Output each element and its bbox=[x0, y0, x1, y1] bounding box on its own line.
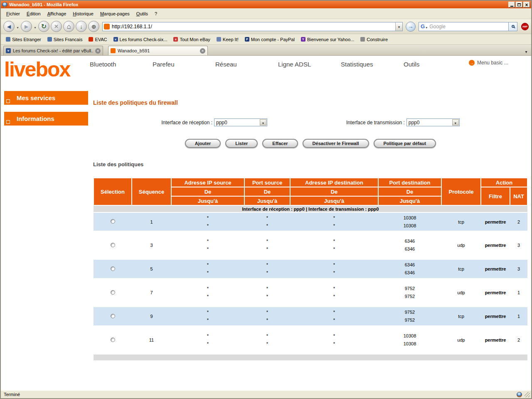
bookmark-item[interactable]: Construire bbox=[360, 37, 388, 42]
forward-button[interactable] bbox=[21, 21, 32, 32]
bookmark-item[interactable]: v Les forums Check-six... bbox=[113, 37, 167, 42]
nav-link[interactable]: Statistiques bbox=[341, 61, 404, 81]
tab-list-dropdown-icon[interactable] bbox=[523, 47, 529, 53]
maximize-button[interactable] bbox=[516, 2, 522, 7]
menu-item[interactable]: Historique bbox=[70, 10, 96, 17]
nav-link[interactable]: Parefeu bbox=[153, 61, 215, 81]
table-footer-cell bbox=[94, 355, 527, 360]
ip-destination-cell: * * bbox=[290, 283, 378, 302]
url-dropdown-button[interactable] bbox=[395, 22, 402, 31]
search-input[interactable]: Google bbox=[427, 24, 508, 30]
radio-button[interactable] bbox=[111, 314, 115, 318]
port-source-de: * bbox=[244, 237, 290, 245]
col-ip-destination: Adresse IP destination bbox=[290, 178, 378, 187]
bookmark-item[interactable]: EVAC bbox=[89, 37, 107, 42]
radio-button[interactable] bbox=[111, 266, 115, 271]
transmission-interface-select[interactable]: ppp0 bbox=[406, 118, 460, 126]
port-destination-cell: 9752 9752 bbox=[378, 307, 441, 325]
menu-item[interactable]: ? bbox=[152, 10, 160, 17]
action-button[interactable]: Politique par défaut bbox=[374, 139, 436, 148]
resize-grip[interactable] bbox=[525, 392, 530, 397]
bookmark-item[interactable]: Sites Francais bbox=[47, 37, 83, 42]
browser-tab[interactable]: Wanadoo_b591 bbox=[108, 46, 208, 55]
bookmark-item[interactable]: Y Bienvenue sur Yahoo... bbox=[301, 37, 354, 42]
sidebar-item[interactable]: Mes services bbox=[4, 91, 88, 105]
menu-item[interactable]: Édition bbox=[24, 10, 44, 17]
selection-cell bbox=[94, 212, 132, 231]
bookmark-item[interactable]: e Tout Mon eBay bbox=[173, 37, 210, 42]
chevron-down-icon[interactable] bbox=[452, 119, 459, 126]
action-button[interactable]: Désactiver le Firewall bbox=[303, 139, 369, 148]
reception-interface-label: Interface de réception : bbox=[161, 120, 212, 126]
address-bar[interactable]: http://192.168.1.1/ bbox=[102, 22, 403, 31]
search-submit-button[interactable] bbox=[508, 22, 517, 31]
ip-source-cell: * * bbox=[171, 212, 244, 231]
forward-history-dropdown-icon[interactable] bbox=[33, 23, 37, 30]
bookmark-item[interactable]: P Mon compte - PayPal bbox=[245, 37, 295, 42]
nat-cell: 3 bbox=[510, 260, 527, 278]
sidebar-item[interactable]: Informations bbox=[4, 112, 88, 126]
chevron-down-icon[interactable] bbox=[260, 119, 266, 126]
action-button[interactable]: Effacer bbox=[262, 139, 298, 148]
radio-button[interactable] bbox=[111, 243, 115, 247]
home-button[interactable] bbox=[63, 21, 74, 32]
close-button[interactable] bbox=[523, 2, 530, 7]
back-history-dropdown-icon[interactable] bbox=[16, 23, 20, 30]
col-protocole: Protocole bbox=[441, 178, 481, 205]
policy-row: 5 * * * * * * 6346 6346 tcp permettre 3 bbox=[94, 260, 527, 278]
print-button[interactable] bbox=[88, 21, 99, 32]
action-button[interactable]: Lister bbox=[225, 139, 258, 148]
plus-icon[interactable] bbox=[6, 120, 10, 124]
row-gap bbox=[94, 302, 527, 307]
nav-link[interactable]: Ligne ADSL bbox=[278, 61, 341, 81]
protocole-cell: tcp bbox=[441, 307, 481, 325]
tab-label: Les forums Check-six! - édité par vBull.… bbox=[13, 48, 93, 53]
go-button[interactable] bbox=[406, 22, 416, 32]
yahoo-icon: Y bbox=[301, 37, 305, 42]
reload-button[interactable] bbox=[38, 21, 49, 32]
protocole-cell: udp bbox=[441, 283, 481, 302]
row-gap bbox=[94, 349, 527, 355]
nav-link[interactable]: Bluetooth bbox=[90, 61, 153, 81]
url-input[interactable]: http://192.168.1.1/ bbox=[110, 24, 395, 30]
stop-button[interactable] bbox=[51, 21, 62, 32]
sidebar-item-label: Informations bbox=[17, 115, 54, 122]
radio-button[interactable] bbox=[111, 219, 115, 224]
tab-close-icon[interactable] bbox=[95, 48, 101, 54]
port-destination-jusqua: 6346 bbox=[378, 245, 441, 253]
adblock-icon[interactable]: ABP bbox=[521, 23, 529, 30]
port-source-cell: * * bbox=[244, 331, 290, 349]
browser-tab[interactable]: v Les forums Check-six! - édité par vBul… bbox=[3, 46, 103, 55]
menu-item[interactable]: Marque-pages bbox=[97, 10, 133, 17]
ip-destination-cell: * * bbox=[290, 260, 378, 278]
menu-basic-link[interactable]: Menu basic ... bbox=[469, 56, 531, 81]
menu-item[interactable]: Outils bbox=[133, 10, 151, 17]
sidebar-item-label: Mes services bbox=[17, 94, 55, 101]
search-bar[interactable]: G Google bbox=[419, 22, 517, 31]
menu-item[interactable]: Fichier bbox=[3, 10, 23, 17]
radio-button[interactable] bbox=[111, 337, 115, 342]
action-button[interactable]: Ajouter bbox=[185, 139, 221, 148]
plus-icon[interactable] bbox=[6, 99, 10, 103]
transmission-interface-value: ppp0 bbox=[407, 120, 420, 126]
menu-item[interactable]: Affichage bbox=[44, 10, 69, 17]
bookmark-item[interactable]: Keep It! bbox=[217, 37, 239, 42]
firefox-status-icon[interactable] bbox=[517, 392, 522, 397]
window-titlebar[interactable]: Wanadoo_b591 - Mozilla Firefox bbox=[1, 1, 531, 8]
policy-table: Sélection Séquence Adresse IP source Por… bbox=[93, 177, 528, 360]
nav-link[interactable]: Outils bbox=[404, 61, 466, 81]
transmission-interface-label: Interface de transmission : bbox=[346, 120, 405, 126]
bookmark-label: Sites Francais bbox=[54, 37, 83, 42]
reception-interface-select[interactable]: ppp0 bbox=[214, 118, 267, 126]
bookmark-label: EVAC bbox=[95, 37, 107, 42]
nav-link[interactable]: Réseau bbox=[215, 61, 278, 81]
minimize-button[interactable] bbox=[508, 2, 515, 7]
downloads-button[interactable] bbox=[76, 21, 87, 32]
bookmark-item[interactable]: Sites Etranger bbox=[6, 37, 41, 42]
tab-close-icon[interactable] bbox=[200, 48, 205, 54]
back-button[interactable] bbox=[3, 21, 15, 32]
ip-destination-cell: * * bbox=[290, 212, 378, 231]
port-destination-de: 10308 bbox=[378, 332, 441, 340]
livebox-logo[interactable]: livebox bbox=[1, 56, 90, 81]
radio-button[interactable] bbox=[111, 290, 115, 295]
